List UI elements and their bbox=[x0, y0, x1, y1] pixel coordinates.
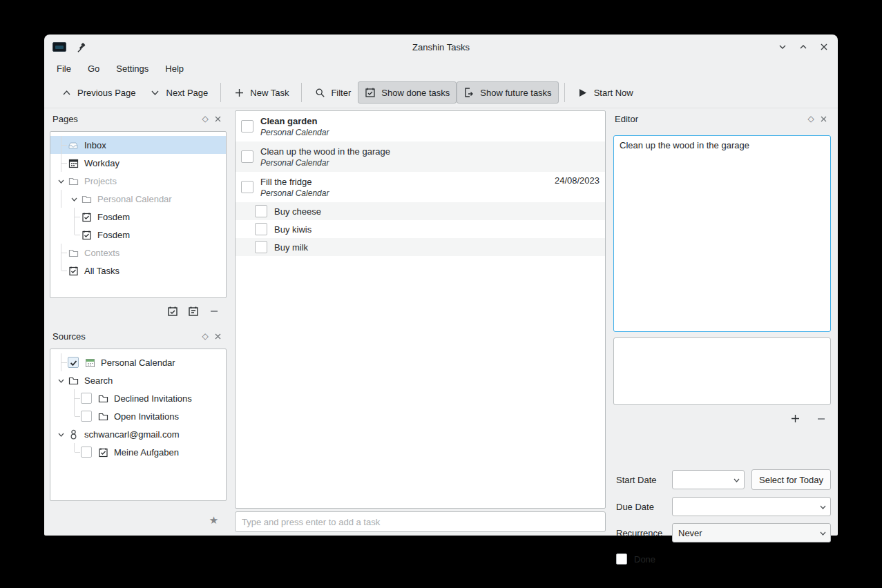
remove-attachment-icon[interactable] bbox=[815, 413, 827, 424]
select-for-today-button[interactable]: Select for Today bbox=[751, 469, 831, 490]
pages-item-all-tasks[interactable]: All Tasks bbox=[50, 262, 226, 280]
source-item-gmail-account[interactable]: schwancarl@gmail.com bbox=[50, 425, 226, 443]
start-date-field[interactable] bbox=[672, 470, 745, 489]
show-future-tasks-label: Show future tasks bbox=[480, 88, 551, 98]
show-future-tasks-toggle[interactable]: Show future tasks bbox=[457, 81, 558, 104]
menu-file[interactable]: File bbox=[48, 61, 79, 76]
task-icon bbox=[81, 229, 92, 240]
expander-icon[interactable] bbox=[55, 172, 68, 190]
task-checkbox[interactable] bbox=[241, 181, 253, 193]
pages-item-workday[interactable]: Workday bbox=[50, 154, 226, 172]
add-attachment-icon[interactable] bbox=[789, 413, 801, 424]
done-label: Done bbox=[634, 554, 655, 565]
menu-go[interactable]: Go bbox=[79, 61, 108, 76]
editor-dock-header: Editor ◇ bbox=[612, 110, 832, 127]
source-item-meine-aufgaben[interactable]: Meine Aufgaben bbox=[50, 443, 226, 461]
add-project-icon[interactable] bbox=[166, 305, 178, 317]
menu-help[interactable]: Help bbox=[157, 61, 192, 76]
task-row[interactable]: Clean garden Personal Calendar bbox=[236, 111, 605, 141]
subtask-row[interactable]: Buy kiwis bbox=[236, 220, 605, 238]
pages-item-projects[interactable]: Projects bbox=[50, 172, 226, 190]
quick-add-task-input[interactable] bbox=[235, 511, 606, 532]
close-icon[interactable] bbox=[817, 112, 830, 125]
add-context-icon[interactable] bbox=[187, 305, 199, 317]
source-item-search[interactable]: Search bbox=[50, 371, 226, 389]
task-checkbox[interactable] bbox=[255, 223, 267, 235]
pages-item-label: Contexts bbox=[84, 248, 119, 258]
task-source: Personal Calendar bbox=[260, 158, 600, 168]
tree-guide bbox=[55, 190, 68, 208]
source-checkbox[interactable] bbox=[81, 393, 92, 404]
minimize-icon[interactable] bbox=[777, 41, 788, 52]
tree-guide bbox=[55, 226, 68, 244]
source-item-declined-invitations[interactable]: Declined Invitations bbox=[50, 389, 226, 407]
subtask-row[interactable]: Buy milk bbox=[236, 238, 605, 256]
filter-button[interactable]: Filter bbox=[307, 81, 358, 104]
pages-item-fosdem-2[interactable]: Fosdem bbox=[50, 226, 226, 244]
recurrence-select[interactable]: Never bbox=[672, 523, 831, 542]
show-done-tasks-toggle[interactable]: Show done tasks bbox=[358, 81, 457, 104]
task-text-editor[interactable]: Clean up the wood in the garage bbox=[613, 135, 831, 332]
source-item-personal-calendar[interactable]: Personal Calendar bbox=[50, 353, 226, 371]
float-icon[interactable]: ◇ bbox=[199, 112, 211, 125]
pages-item-fosdem-1[interactable]: Fosdem bbox=[50, 208, 226, 226]
pages-item-label: Workday bbox=[84, 158, 119, 168]
source-item-label: Personal Calendar bbox=[101, 357, 175, 368]
default-source-star-icon[interactable]: ★ bbox=[208, 514, 220, 526]
float-icon[interactable]: ◇ bbox=[805, 112, 817, 125]
calendar-color-icon bbox=[84, 357, 95, 368]
tree-guide bbox=[68, 208, 81, 226]
pages-item-label: Inbox bbox=[84, 140, 106, 150]
source-item-label: Meine Aufgaben bbox=[114, 447, 179, 458]
expander-icon[interactable] bbox=[55, 425, 68, 443]
search-icon bbox=[314, 87, 325, 98]
task-row[interactable]: Fill the fridge Personal Calendar 24/08/… bbox=[236, 172, 605, 202]
task-title: Buy milk bbox=[274, 242, 308, 253]
start-now-button[interactable]: Start Now bbox=[571, 81, 640, 104]
recurrence-value: Never bbox=[673, 528, 815, 538]
close-icon[interactable] bbox=[211, 330, 224, 342]
task-source: Personal Calendar bbox=[260, 128, 600, 137]
maximize-icon[interactable] bbox=[798, 41, 809, 52]
task-list: Clean garden Personal Calendar Clean up … bbox=[235, 110, 606, 509]
tree-guide bbox=[55, 353, 68, 371]
titlebar: Zanshin Tasks bbox=[44, 35, 838, 59]
attachment-list[interactable] bbox=[613, 337, 831, 405]
menu-settings[interactable]: Settings bbox=[108, 61, 157, 76]
close-icon[interactable] bbox=[211, 112, 224, 125]
source-item-label: schwancarl@gmail.com bbox=[84, 429, 179, 440]
source-checkbox[interactable] bbox=[68, 357, 79, 368]
folder-icon bbox=[81, 193, 92, 204]
new-task-button[interactable]: New Task bbox=[227, 81, 296, 104]
done-checkbox[interactable] bbox=[616, 553, 627, 565]
source-item-open-invitations[interactable]: Open Invitations bbox=[50, 407, 226, 425]
close-icon[interactable] bbox=[818, 41, 830, 52]
chevron-down-icon bbox=[150, 87, 161, 98]
subtask-row[interactable]: Buy cheese bbox=[236, 202, 605, 220]
task-title: Clean up the wood in the garage bbox=[260, 146, 600, 157]
next-page-button[interactable]: Next Page bbox=[143, 81, 215, 104]
task-checkbox[interactable] bbox=[241, 120, 253, 133]
expander-icon[interactable] bbox=[68, 190, 81, 208]
pages-item-inbox[interactable]: Inbox bbox=[50, 136, 226, 154]
task-checkbox[interactable] bbox=[241, 150, 253, 163]
source-checkbox[interactable] bbox=[81, 447, 92, 458]
float-icon[interactable]: ◇ bbox=[199, 330, 211, 342]
task-checkbox[interactable] bbox=[255, 241, 267, 253]
due-date-field[interactable] bbox=[672, 497, 831, 516]
previous-page-button[interactable]: Previous Page bbox=[54, 81, 143, 104]
pages-dock-title: Pages bbox=[52, 114, 78, 124]
sources-dock-title: Sources bbox=[52, 331, 86, 342]
task-title: Fill the fridge bbox=[260, 177, 555, 187]
pages-item-contexts[interactable]: Contexts bbox=[50, 244, 226, 262]
pages-item-personal-calendar[interactable]: Personal Calendar bbox=[50, 190, 226, 208]
expander-icon[interactable] bbox=[55, 371, 68, 389]
task-checkbox[interactable] bbox=[255, 205, 267, 217]
task-row[interactable]: Clean up the wood in the garage Personal… bbox=[236, 141, 605, 172]
chevron-down-icon bbox=[815, 529, 830, 537]
task-title: Buy kiwis bbox=[274, 224, 311, 235]
editor-dock: Editor ◇ Clean up the wood in the garage… bbox=[612, 110, 832, 531]
show-done-tasks-label: Show done tasks bbox=[381, 88, 450, 98]
source-checkbox[interactable] bbox=[81, 411, 92, 422]
remove-page-icon[interactable] bbox=[208, 305, 220, 317]
